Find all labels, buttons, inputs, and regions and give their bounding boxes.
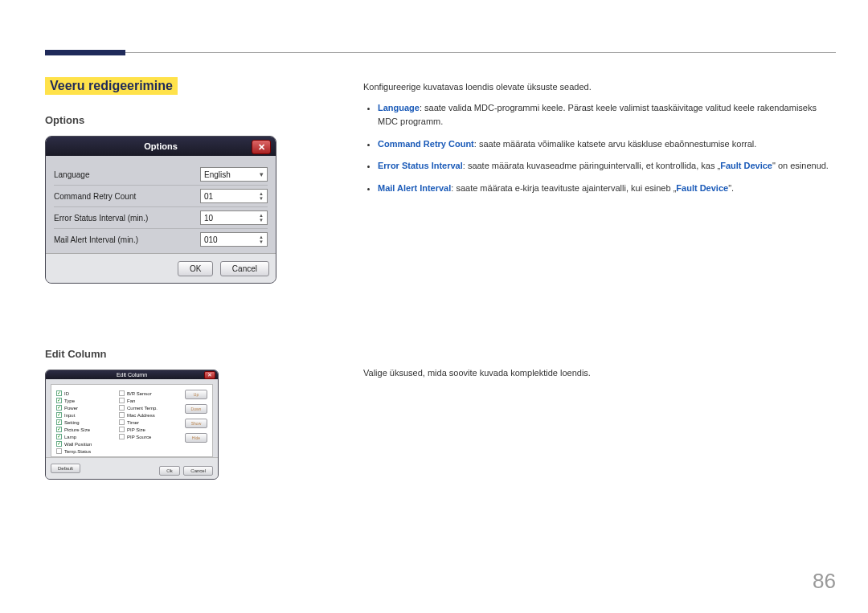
checkbox-icon: ✓: [56, 398, 62, 403]
checkbox-label: Lamp: [64, 435, 76, 439]
option-row: LanguageEnglish▾: [54, 164, 268, 186]
page-number: 86: [813, 569, 836, 594]
edit-close-button[interactable]: ✕: [204, 371, 215, 379]
bullet-item: Error Status Interval: saate määrata kuv…: [378, 159, 836, 174]
checkbox-row[interactable]: Mac Address: [119, 411, 182, 419]
bullet-item: Language: saate valida MDC-programmi kee…: [378, 101, 836, 129]
edit-cancel-button[interactable]: Cancel: [183, 466, 213, 476]
option-value: 10: [204, 214, 213, 223]
checkbox-label: Mac Address: [127, 413, 155, 418]
option-spinner[interactable]: 10▲▼: [200, 210, 268, 225]
checkbox-row[interactable]: Current Temp.: [119, 404, 182, 411]
checkbox-row[interactable]: ✓Picture Size: [56, 426, 119, 433]
checkbox-row[interactable]: ✓Input: [56, 411, 119, 419]
checkbox-row[interactable]: Temp.Status: [56, 447, 119, 455]
option-value: 01: [204, 192, 213, 201]
chevron-down-icon: ▾: [260, 170, 264, 178]
ok-button[interactable]: OK: [178, 261, 213, 276]
left-column: Veeru redigeerimine Options Options ✕ La…: [45, 77, 318, 480]
checkbox-row[interactable]: ✓Power: [56, 404, 119, 411]
spinner-arrows-icon: ▲▼: [259, 235, 264, 244]
options-body: LanguageEnglish▾Command Retry Count01▲▼E…: [46, 156, 276, 253]
checkbox-label: PIP Source: [127, 435, 151, 439]
checkbox-row[interactable]: B/R Sensor: [119, 390, 182, 397]
edit-column-title-text: Edit Column: [117, 372, 147, 378]
checkbox-icon: ✓: [56, 427, 62, 432]
checkbox-label: Fan: [127, 398, 135, 403]
term-bold: Mail Alert Interval: [378, 183, 451, 193]
option-row: Command Retry Count01▲▼: [54, 186, 268, 207]
options-dialog: Options ✕ LanguageEnglish▾Command Retry …: [45, 136, 276, 284]
checkbox-icon: [119, 434, 125, 439]
option-label: Command Retry Count: [54, 192, 200, 201]
checkbox-label: ID: [64, 391, 69, 396]
close-icon: ✕: [207, 372, 212, 378]
edit-column-dialog: Edit Column ✕ ✓ID✓Type✓Power✓Input✓Setti…: [45, 370, 219, 480]
close-icon: ✕: [258, 142, 265, 153]
option-value: 010: [204, 235, 218, 244]
edit-ok-button[interactable]: Ok: [159, 466, 180, 476]
checkbox-label: Input: [64, 413, 75, 418]
checkbox-icon: [119, 390, 125, 396]
checkbox-row[interactable]: Fan: [119, 397, 182, 404]
checkbox-icon: [119, 412, 125, 418]
checkbox-row[interactable]: ✓Setting: [56, 419, 119, 426]
cancel-button[interactable]: Cancel: [220, 261, 269, 276]
checkbox-icon: ✓: [56, 390, 62, 396]
edit-side-buttons: UpDownShowHide: [182, 390, 207, 455]
term-bold: Error Status Interval: [378, 161, 463, 170]
option-value: English: [204, 170, 231, 179]
checkbox-label: Power: [64, 406, 78, 411]
checkbox-row[interactable]: Timer: [119, 419, 182, 426]
checkbox-icon: ✓: [56, 419, 62, 425]
edit-left-list: ✓ID✓Type✓Power✓Input✓Setting✓Picture Siz…: [56, 390, 119, 455]
checkbox-label: B/R Sensor: [127, 391, 152, 396]
edit-column-heading: Edit Column: [45, 348, 318, 360]
checkbox-row[interactable]: ✓ID: [56, 390, 119, 397]
option-spinner[interactable]: 01▲▼: [200, 189, 268, 203]
default-button[interactable]: Default: [51, 464, 80, 473]
up-button[interactable]: Up: [185, 390, 207, 399]
option-dropdown[interactable]: English▾: [200, 167, 268, 182]
hide-button[interactable]: Hide: [185, 433, 207, 443]
option-label: Mail Alert Interval (min.): [54, 235, 200, 244]
checkbox-icon: [56, 448, 62, 454]
checkbox-icon: ✓: [56, 441, 62, 447]
header-accent-bar: [45, 50, 125, 55]
checkbox-icon: ✓: [56, 434, 62, 439]
fault-device-term: Fault Device: [676, 183, 728, 193]
checkbox-label: Setting: [64, 420, 80, 425]
spinner-arrows-icon: ▲▼: [259, 191, 264, 201]
checkbox-label: Wall Position: [64, 442, 92, 447]
edit-footer-right: Ok Cancel: [159, 461, 213, 476]
checkbox-label: Picture Size: [64, 427, 90, 432]
checkbox-icon: ✓: [56, 412, 62, 418]
edit-right-list: B/R SensorFanCurrent Temp.Mac AddressTim…: [119, 390, 182, 455]
edit-column-title: Edit Column ✕: [46, 370, 218, 379]
down-button[interactable]: Down: [185, 404, 207, 414]
bullet-list: Language: saate valida MDC-programmi kee…: [378, 101, 836, 196]
bullet-item: Command Retry Count: saate määrata võima…: [378, 137, 836, 152]
bullet-item: Mail Alert Interval: saate määrata e-kir…: [378, 182, 836, 196]
options-close-button[interactable]: ✕: [252, 140, 271, 154]
edit-column-footer: Default Ok Cancel: [46, 457, 218, 479]
option-row: Mail Alert Interval (min.)010▲▼: [54, 229, 268, 250]
checkbox-label: Type: [64, 398, 75, 403]
checkbox-row[interactable]: PIP Source: [119, 433, 182, 440]
checkbox-row[interactable]: ✓Lamp: [56, 433, 119, 440]
checkbox-icon: [119, 427, 125, 432]
checkbox-row[interactable]: PIP Size: [119, 426, 182, 433]
options-heading: Options: [45, 114, 318, 126]
option-spinner[interactable]: 010▲▼: [200, 232, 268, 247]
option-label: Language: [54, 170, 200, 179]
checkbox-icon: [119, 405, 125, 411]
term-bold: Command Retry Count: [378, 139, 474, 149]
checkbox-row[interactable]: ✓Wall Position: [56, 440, 119, 447]
checkbox-row[interactable]: ✓Type: [56, 397, 119, 404]
checkbox-label: Timer: [127, 420, 139, 425]
edit-column-intro: Valige üksused, mida soovite kuvada komp…: [363, 366, 591, 381]
checkbox-icon: [119, 419, 125, 425]
edit-column-body: ✓ID✓Type✓Power✓Input✓Setting✓Picture Siz…: [51, 384, 213, 457]
show-button[interactable]: Show: [185, 419, 207, 428]
intro-text: Konfigureerige kuvatavas loendis olevate…: [363, 80, 836, 95]
